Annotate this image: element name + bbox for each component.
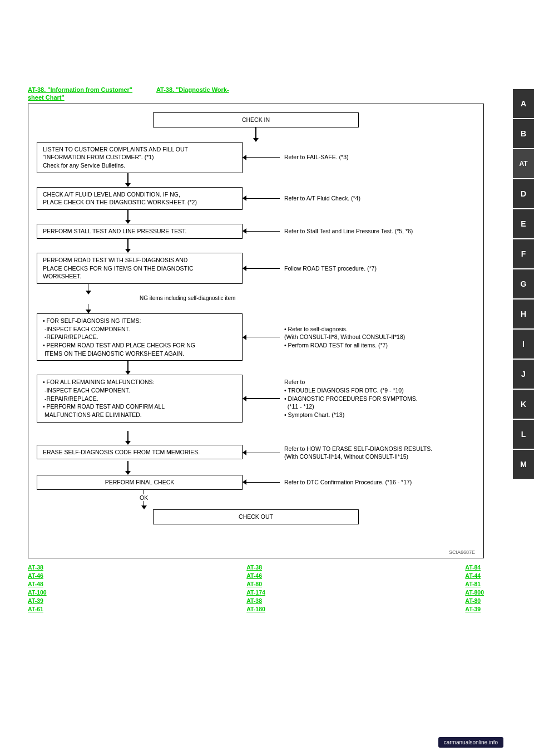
bottom-link-2-4[interactable]: AT-174 xyxy=(246,589,265,596)
erase-box: ERASE SELF-DIAGNOSIS CODE FROM TCM MEMOR… xyxy=(37,445,243,460)
bottom-link-2-6[interactable]: AT-180 xyxy=(246,606,265,612)
road-ref-wrap: Follow ROAD TEST procedure. (*7) xyxy=(243,253,475,284)
road-row: PERFORM ROAD TEST WITH SELF-DIAGNOSIS AN… xyxy=(37,253,475,284)
remaining-row: • FOR ALL REMAINING MALFUNCTIONS: -INSPE… xyxy=(37,375,475,422)
remaining-ref: Refer to• TROUBLE DIAGNOSIS FOR DTC. (*9… xyxy=(280,378,418,419)
listen-box: LISTEN TO CUSTOMER COMPLAINTS AND FILL O… xyxy=(37,142,243,173)
listen-arrow xyxy=(243,155,246,160)
erase-row: ERASE SELF-DIAGNOSIS CODE FROM TCM MEMOR… xyxy=(37,445,475,461)
final-check-hline xyxy=(246,482,280,483)
check-out-wrap: CHECK OUT xyxy=(37,509,475,524)
stall-ref: Refer to Stall Test and Line Pressure Te… xyxy=(280,227,413,235)
self-diag-ref-wrap: • Refer to self-diagnosis.(With CONSULT-… xyxy=(243,313,475,361)
fluid-box-wrap: CHECK A/T FLUID LEVEL AND CONDITION. IF … xyxy=(37,187,243,210)
bottom-link-3-2[interactable]: AT-44 xyxy=(465,572,484,579)
final-check-box: PERFORM FINAL CHECK xyxy=(37,475,243,490)
bottom-col-1: AT-38 AT-46 AT-48 AT-100 AT-39 AT-61 xyxy=(28,564,47,612)
stall-arrow xyxy=(243,228,246,234)
final-check-arrow xyxy=(243,479,246,485)
erase-ref: Refer to HOW TO ERASE SELF-DIAGNOSIS RES… xyxy=(280,445,432,461)
bottom-link-3-6[interactable]: AT-39 xyxy=(465,606,484,612)
remaining-connector: Refer to• TROUBLE DIAGNOSIS FOR DTC. (*9… xyxy=(243,378,418,419)
final-check-box-wrap: PERFORM FINAL CHECK xyxy=(37,475,243,490)
erase-ref-wrap: Refer to HOW TO ERASE SELF-DIAGNOSIS RES… xyxy=(243,445,475,461)
listen-connector: Refer to FAIL-SAFE. (*3) xyxy=(243,153,349,161)
logo-area: carmanualsonline.info xyxy=(438,737,503,748)
bottom-link-1-4[interactable]: AT-100 xyxy=(28,589,47,596)
bottom-link-1-5[interactable]: AT-39 xyxy=(28,597,47,604)
sidebar-letter-h: H xyxy=(513,300,534,328)
remaining-hline xyxy=(246,398,280,399)
bottom-link-1-1[interactable]: AT-38 xyxy=(28,564,47,571)
check-out-box-wrap: CHECK OUT xyxy=(153,509,359,524)
check-out-box: CHECK OUT xyxy=(153,509,359,524)
final-check-ref: Refer to DTC Confirmation Procedure. (*1… xyxy=(280,478,412,487)
bottom-link-3-4[interactable]: AT-800 xyxy=(465,589,484,596)
bottom-link-2-5[interactable]: AT-38 xyxy=(246,597,265,604)
bottom-link-2-1[interactable]: AT-38 xyxy=(246,564,265,571)
self-diag-box: • FOR SELF-DIAGNOSIS NG ITEMS: -INSPECT … xyxy=(37,313,243,361)
sidebar-letter-g: G xyxy=(513,269,534,298)
listen-row: LISTEN TO CUSTOMER COMPLAINTS AND FILL O… xyxy=(37,142,475,173)
fluid-ref-wrap: Refer to A/T Fluid Check. (*4) xyxy=(243,187,475,210)
final-check-row: PERFORM FINAL CHECK Refer to DTC Confirm… xyxy=(37,475,475,490)
self-diag-connector: • Refer to self-diagnosis.(With CONSULT-… xyxy=(243,325,405,350)
header-area: AT-38. "Information from Customer" AT-38… xyxy=(0,0,534,101)
sidebar: A B AT D E F G H I J K L M xyxy=(513,89,534,480)
bottom-link-1-6[interactable]: AT-61 xyxy=(28,606,47,612)
final-check-ref-wrap: Refer to DTC Confirmation Procedure. (*1… xyxy=(243,475,475,490)
bottom-col-2: AT-38 AT-46 AT-80 AT-174 AT-38 AT-180 xyxy=(246,564,265,612)
stall-connector: Refer to Stall Test and Line Pressure Te… xyxy=(243,227,413,235)
sidebar-letter-l: L xyxy=(513,420,534,449)
remaining-box-wrap: • FOR ALL REMAINING MALFUNCTIONS: -INSPE… xyxy=(37,375,243,422)
road-connector: Follow ROAD TEST procedure. (*7) xyxy=(243,264,377,273)
bottom-link-1-3[interactable]: AT-48 xyxy=(28,581,47,587)
fluid-arrow xyxy=(243,195,246,201)
self-diag-ref: • Refer to self-diagnosis.(With CONSULT-… xyxy=(280,325,405,350)
header-link-info[interactable]: AT-38. "Information from Customer" xyxy=(28,86,132,93)
fluid-ref: Refer to A/T Fluid Check. (*4) xyxy=(280,194,360,203)
bottom-link-1-2[interactable]: AT-46 xyxy=(28,572,47,579)
erase-arrow xyxy=(243,450,246,455)
sidebar-letter-i: I xyxy=(513,330,534,359)
stall-hline xyxy=(246,231,280,232)
road-arrow xyxy=(243,266,246,271)
sidebar-letter-f: F xyxy=(513,239,534,268)
check-in-label: CHECK IN xyxy=(153,112,359,127)
bottom-links: AT-38 AT-46 AT-48 AT-100 AT-39 AT-61 AT-… xyxy=(28,564,506,612)
sidebar-letter-e: E xyxy=(513,209,534,238)
erase-connector: Refer to HOW TO ERASE SELF-DIAGNOSIS RES… xyxy=(243,445,432,461)
flowchart-container: CHECK IN LISTEN TO CUSTOMER COMPLAINTS A… xyxy=(28,104,484,558)
sidebar-letter-b: B xyxy=(513,119,534,148)
bottom-link-2-3[interactable]: AT-80 xyxy=(246,581,265,587)
sidebar-letter-m: M xyxy=(513,450,534,479)
fluid-connector: Refer to A/T Fluid Check. (*4) xyxy=(243,194,360,203)
remaining-ref-wrap: Refer to• TROUBLE DIAGNOSIS FOR DTC. (*9… xyxy=(243,375,475,422)
bottom-col-3: AT-84 AT-44 AT-81 AT-800 AT-80 AT-39 xyxy=(465,564,484,612)
scia-label: SCIA6687E xyxy=(449,549,475,555)
ng-note: NG items including self-diagnostic item xyxy=(140,294,235,302)
bottom-link-2-2[interactable]: AT-46 xyxy=(246,572,265,579)
remaining-arrow xyxy=(243,396,246,401)
stall-box-wrap: PERFORM STALL TEST AND LINE PRESSURE TES… xyxy=(37,224,243,239)
bottom-link-3-5[interactable]: AT-80 xyxy=(465,597,484,604)
listen-hline xyxy=(246,157,280,158)
fluid-hline xyxy=(246,198,280,199)
main-content: CHECK IN LISTEN TO CUSTOMER COMPLAINTS A… xyxy=(28,104,506,558)
road-box-wrap: PERFORM ROAD TEST WITH SELF-DIAGNOSIS AN… xyxy=(37,253,243,284)
stall-row: PERFORM STALL TEST AND LINE PRESSURE TES… xyxy=(37,224,475,239)
check-in-box: CHECK IN xyxy=(153,112,359,127)
fluid-box: CHECK A/T FLUID LEVEL AND CONDITION. IF … xyxy=(37,187,243,210)
bottom-link-3-3[interactable]: AT-81 xyxy=(465,581,484,587)
stall-box: PERFORM STALL TEST AND LINE PRESSURE TES… xyxy=(37,224,243,239)
fluid-row: CHECK A/T FLUID LEVEL AND CONDITION. IF … xyxy=(37,187,475,210)
bottom-link-3-1[interactable]: AT-84 xyxy=(465,564,484,571)
header-link-diag1[interactable]: AT-38. "Diagnostic Work- xyxy=(156,86,229,93)
listen-ref: Refer to FAIL-SAFE. (*3) xyxy=(280,153,349,161)
self-diag-arrow xyxy=(243,335,246,340)
listen-ref-wrap: Refer to FAIL-SAFE. (*3) xyxy=(243,142,475,173)
header-link-diag2[interactable]: sheet Chart" xyxy=(28,94,229,101)
listen-box-wrap: LISTEN TO CUSTOMER COMPLAINTS AND FILL O… xyxy=(37,142,243,173)
logo-box: carmanualsonline.info xyxy=(438,737,503,748)
ok-label: OK xyxy=(140,494,148,501)
